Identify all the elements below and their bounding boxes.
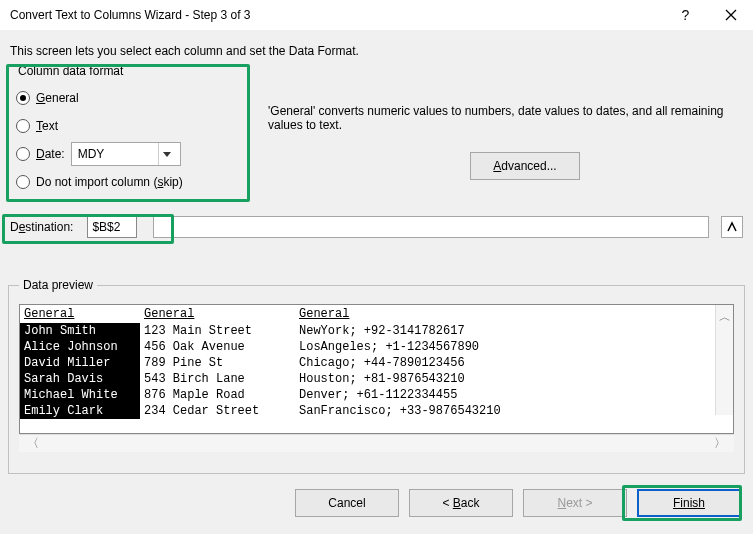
titlebar: Convert Text to Columns Wizard - Step 3 … (0, 0, 753, 30)
preview-column[interactable]: General123 Main Street456 Oak Avenue789 … (140, 305, 295, 419)
preview-cell: 789 Pine St (140, 355, 295, 371)
format-description: 'General' converts numeric values to num… (268, 104, 738, 132)
instruction-text: This screen lets you select each column … (0, 30, 753, 64)
destination-label: Destination: (6, 220, 77, 234)
radio-text[interactable] (16, 119, 30, 133)
radio-general-label[interactable]: General (36, 91, 79, 105)
back-button[interactable]: < Back (409, 489, 513, 517)
destination-field-ext[interactable] (153, 216, 709, 238)
data-preview-group: Data preview GeneralJohn SmithAlice John… (8, 278, 745, 474)
close-button[interactable] (708, 0, 753, 30)
button-row: Cancel < Back Next > Finish (0, 489, 753, 517)
radio-text-label[interactable]: Text (36, 119, 58, 133)
scroll-left-icon: 〈 (27, 435, 39, 452)
vertical-scrollbar[interactable]: ︿ (715, 305, 733, 415)
preview-cell: Sarah Davis (20, 371, 140, 387)
range-picker-button[interactable] (721, 216, 743, 238)
preview-box[interactable]: GeneralJohn SmithAlice JohnsonDavid Mill… (19, 304, 734, 434)
column-data-format-group: Column data format General Text Date: MD… (6, 64, 254, 204)
preview-cell: NewYork; +92-3141782617 (295, 323, 733, 339)
finish-button[interactable]: Finish (637, 489, 741, 517)
date-format-value: MDY (78, 147, 105, 161)
help-button[interactable]: ? (663, 0, 708, 30)
close-icon (725, 9, 737, 21)
preview-cell: LosAngeles; +1-1234567890 (295, 339, 733, 355)
chevron-down-icon (158, 143, 176, 165)
preview-cell: 876 Maple Road (140, 387, 295, 403)
advanced-button[interactable]: Advanced... (470, 152, 580, 180)
preview-cell: 234 Cedar Street (140, 403, 295, 419)
preview-cell: SanFrancisco; +33-9876543210 (295, 403, 733, 419)
column-header: General (295, 305, 733, 323)
radio-skip[interactable] (16, 175, 30, 189)
horizontal-scrollbar[interactable]: 〈 〉 (19, 434, 734, 452)
range-picker-icon (726, 221, 738, 233)
preview-cell: Chicago; +44-7890123456 (295, 355, 733, 371)
preview-cell: Alice Johnson (20, 339, 140, 355)
preview-cell: Emily Clark (20, 403, 140, 419)
radio-skip-label[interactable]: Do not import column (skip) (36, 175, 183, 189)
preview-cell: 543 Birch Lane (140, 371, 295, 387)
preview-cell: Denver; +61-1122334455 (295, 387, 733, 403)
radio-date-label[interactable]: Date: (36, 147, 65, 161)
scroll-right-icon: 〉 (714, 435, 726, 452)
preview-legend: Data preview (19, 278, 97, 292)
preview-column[interactable]: GeneralJohn SmithAlice JohnsonDavid Mill… (20, 305, 140, 419)
destination-input[interactable] (87, 216, 137, 238)
cancel-button[interactable]: Cancel (295, 489, 399, 517)
next-button: Next > (523, 489, 627, 517)
radio-general[interactable] (16, 91, 30, 105)
date-format-select[interactable]: MDY (71, 142, 181, 166)
scroll-up-icon: ︿ (719, 309, 731, 326)
column-header: General (140, 305, 295, 323)
preview-cell: 123 Main Street (140, 323, 295, 339)
radio-date[interactable] (16, 147, 30, 161)
preview-cell: Houston; +81-9876543210 (295, 371, 733, 387)
preview-cell: Michael White (20, 387, 140, 403)
group-legend: Column data format (16, 64, 125, 78)
preview-cell: John Smith (20, 323, 140, 339)
column-header: General (20, 305, 140, 323)
preview-cell: 456 Oak Avenue (140, 339, 295, 355)
window-title: Convert Text to Columns Wizard - Step 3 … (10, 8, 663, 22)
preview-column[interactable]: GeneralNewYork; +92-3141782617LosAngeles… (295, 305, 733, 419)
preview-cell: David Miller (20, 355, 140, 371)
